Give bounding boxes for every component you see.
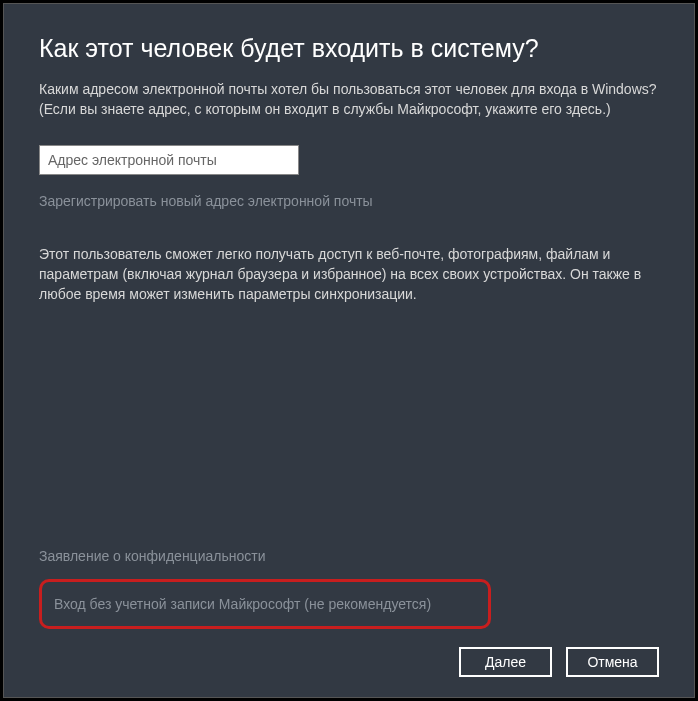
dialog-title: Как этот человек будет входить в систему… (39, 34, 659, 63)
highlighted-option-frame: Вход без учетной записи Майкрософт (не р… (39, 579, 491, 629)
spacer (39, 324, 659, 548)
next-button[interactable]: Далее (459, 647, 552, 677)
dialog-description: Каким адресом электронной почты хотел бы… (39, 79, 659, 120)
register-new-email-link[interactable]: Зарегистрировать новый адрес электронной… (39, 193, 659, 209)
sign-in-without-microsoft-link[interactable]: Вход без учетной записи Майкрософт (не р… (54, 596, 476, 612)
sync-info-text: Этот пользователь сможет легко получать … (39, 244, 659, 305)
email-input[interactable] (39, 145, 299, 175)
privacy-statement-link[interactable]: Заявление о конфиденциальности (39, 548, 659, 564)
cancel-button[interactable]: Отмена (566, 647, 659, 677)
button-bar: Далее Отмена (39, 647, 659, 677)
add-user-dialog: Как этот человек будет входить в систему… (3, 3, 695, 698)
window-frame: Как этот человек будет входить в систему… (0, 0, 698, 701)
